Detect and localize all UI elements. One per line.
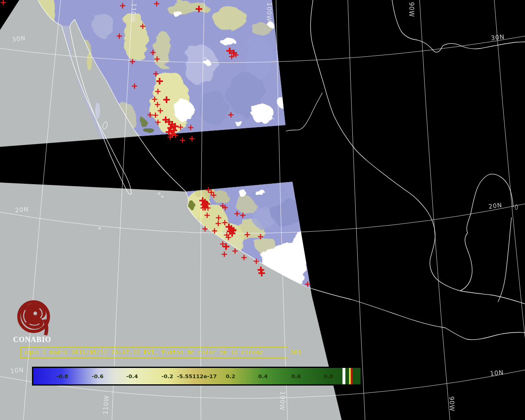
colorbar-tick: -0.6 <box>92 373 103 379</box>
satellite-map-viewer: 30N30N20N20N10N10N110W100W90W110W100W90W… <box>0 0 525 420</box>
graticule-label-10n: 10N <box>490 369 504 377</box>
graticule-label-110w: 110W <box>102 395 110 415</box>
conabio-logo <box>15 299 60 336</box>
meridian-90w <box>420 0 450 420</box>
colorbar-stripe <box>342 368 345 384</box>
north-swath <box>0 0 291 156</box>
fire-hotspot <box>189 136 195 142</box>
colorbar-tick: 0.4 <box>258 373 267 379</box>
yucatan-coast <box>460 174 513 291</box>
logo-text: CONABIO <box>13 336 58 344</box>
meridian-95w <box>348 0 365 420</box>
colorbar-tick: -0.2 <box>162 373 173 379</box>
graticule-label-110w: 110W <box>129 3 138 23</box>
colorbar-tick: -5.55112e-17 <box>177 373 217 379</box>
graticule-label-100w: 100W <box>265 2 273 22</box>
colorbar-tick: -0.8 <box>57 373 68 379</box>
colorbar-tick: -0.4 <box>126 373 138 379</box>
graticule-label-90w: 90W <box>448 396 456 412</box>
meridian-85w <box>494 0 525 420</box>
colorbar-stripe <box>351 368 352 384</box>
evi-colorbar: -0.8-0.6-0.4-0.2-5.55112e-170.20.40.60.8 <box>32 367 362 386</box>
graticule-label-30n: 30N <box>491 33 505 42</box>
colorbar-tick: 0.2 <box>226 373 235 379</box>
gulf-coast <box>310 0 525 304</box>
scene-annotation: aqua-1 modis 2011/05/12 20:37:22 EVI, Pu… <box>21 347 288 358</box>
graticule-label-10n: 10N <box>10 366 24 375</box>
hotspot-count: 265 <box>290 347 301 358</box>
pacific-south-coast <box>311 288 525 340</box>
colorbar-tick: 0.8 <box>324 373 333 379</box>
rio-grande <box>286 93 322 131</box>
graticule-label-20n: 20N <box>15 205 29 214</box>
fire-hotspot <box>1 0 6 5</box>
fire-hotspot <box>180 138 185 143</box>
graticule-label-90w: 90W <box>408 2 415 17</box>
colorbar-tick: 0.6 <box>291 373 301 379</box>
graticule-label-100w: 100W <box>278 391 286 411</box>
